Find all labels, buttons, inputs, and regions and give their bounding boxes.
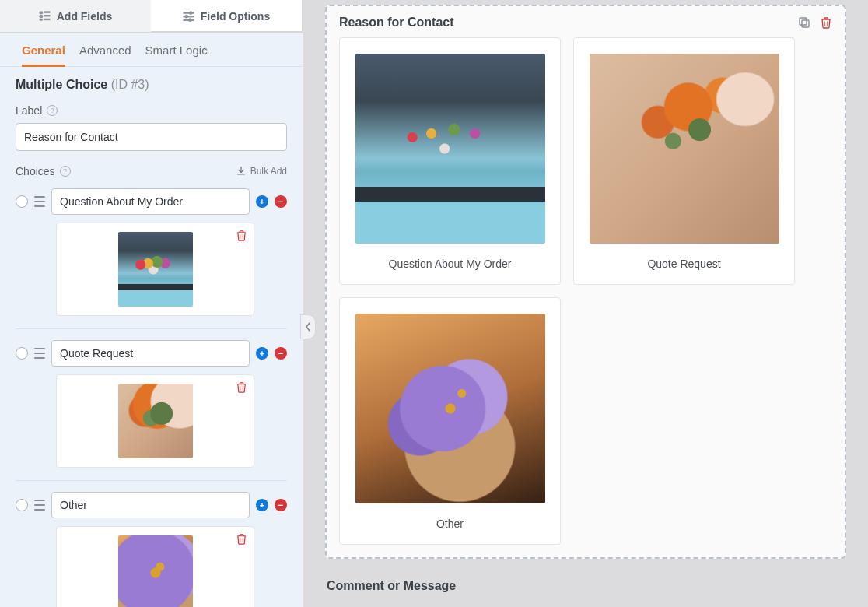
choice-row: + − — [16, 188, 287, 215]
choice-default-radio[interactable] — [16, 195, 28, 208]
drag-handle-icon[interactable] — [34, 348, 45, 359]
svg-point-9 — [189, 12, 192, 15]
duplicate-icon[interactable] — [798, 16, 810, 29]
choice-image-preview[interactable] — [56, 374, 254, 468]
field-type-heading: Multiple Choice (ID #3) — [16, 78, 287, 92]
choice-image-thumb — [118, 535, 193, 607]
help-icon[interactable]: ? — [60, 166, 71, 177]
field-preview[interactable]: Reason for Contact Question About My Ord… — [325, 5, 846, 559]
remove-image-button[interactable] — [236, 533, 247, 548]
svg-rect-5 — [44, 19, 50, 19]
trash-icon[interactable] — [820, 16, 832, 29]
choice-card[interactable]: Quote Request — [573, 37, 795, 285]
choice-card-label: Question About My Order — [389, 258, 512, 270]
trash-icon — [236, 381, 247, 393]
choice-row: + − — [16, 340, 287, 367]
remove-image-button[interactable] — [236, 230, 247, 244]
choice-block: + − — [16, 492, 287, 607]
remove-choice-button[interactable]: − — [275, 499, 287, 511]
choice-block: + − — [16, 188, 287, 329]
sidebar: Add Fields Field Options General Advance… — [0, 0, 303, 607]
choice-text-input[interactable] — [51, 340, 250, 367]
svg-rect-4 — [44, 16, 50, 16]
choice-separator — [16, 328, 287, 329]
svg-point-10 — [185, 15, 188, 18]
remove-image-button[interactable] — [236, 381, 247, 396]
label-row: Label ? — [16, 104, 287, 117]
sub-tabs: General Advanced Smart Logic — [0, 33, 303, 67]
choices-label: Choices — [16, 165, 55, 177]
label-input[interactable] — [16, 123, 287, 151]
svg-rect-2 — [40, 19, 43, 20]
choice-card-label: Other — [436, 518, 464, 530]
choice-card-label: Quote Request — [647, 258, 720, 270]
tab-field-options[interactable]: Field Options — [151, 0, 303, 33]
field-preview-title: Reason for Contact — [339, 16, 454, 30]
trash-icon — [236, 230, 247, 241]
field-type-name: Multiple Choice — [16, 78, 107, 91]
subtab-advanced[interactable]: Advanced — [79, 44, 131, 66]
next-field-title: Comment or Message — [325, 579, 846, 598]
tab-add-fields-label: Add Fields — [57, 10, 113, 23]
label-text: Label — [16, 104, 42, 117]
choice-card[interactable]: Question About My Order — [339, 37, 561, 285]
download-icon — [236, 167, 246, 176]
choice-card-image — [590, 54, 779, 244]
sliders-icon — [183, 10, 194, 22]
tab-field-options-label: Field Options — [201, 10, 270, 23]
top-tabs: Add Fields Field Options — [0, 0, 303, 33]
tab-add-fields[interactable]: Add Fields — [0, 0, 151, 33]
svg-rect-1 — [40, 16, 43, 18]
field-preview-actions — [798, 16, 832, 29]
choice-image-thumb — [118, 384, 193, 458]
drag-handle-icon[interactable] — [34, 500, 45, 511]
trash-icon — [236, 533, 247, 545]
bulk-add-link[interactable]: Bulk Add — [236, 166, 287, 177]
choice-card-image — [355, 54, 545, 244]
svg-point-11 — [188, 19, 191, 22]
choice-card[interactable]: Other — [339, 297, 561, 545]
add-choice-button[interactable]: + — [256, 195, 268, 208]
choice-default-radio[interactable] — [16, 347, 28, 360]
remove-choice-button[interactable]: − — [275, 347, 287, 360]
choice-separator — [16, 480, 287, 481]
panel-content: Multiple Choice (ID #3) Label ? Choices … — [0, 67, 303, 607]
choice-text-input[interactable] — [51, 492, 250, 518]
add-choice-button[interactable]: + — [256, 499, 268, 511]
help-icon[interactable]: ? — [47, 105, 58, 116]
list-icon — [39, 10, 51, 22]
svg-rect-3 — [44, 12, 50, 12]
svg-rect-0 — [40, 12, 43, 14]
bulk-add-label: Bulk Add — [250, 166, 287, 177]
add-choice-button[interactable]: + — [256, 347, 268, 360]
chevron-left-icon — [305, 322, 311, 332]
choice-cards: Question About My Order Quote Request Ot… — [339, 37, 832, 545]
svg-rect-13 — [802, 20, 809, 27]
choice-image-preview[interactable] — [56, 526, 254, 607]
choice-block: + − — [16, 340, 287, 481]
subtab-general[interactable]: General — [22, 44, 65, 67]
choice-image-thumb — [118, 232, 193, 307]
subtab-smart-logic[interactable]: Smart Logic — [145, 44, 208, 66]
form-canvas: Reason for Contact Question About My Ord… — [303, 0, 868, 607]
choices-label-wrap: Choices ? — [16, 165, 71, 177]
drag-handle-icon[interactable] — [34, 196, 45, 207]
svg-rect-12 — [800, 18, 807, 25]
choice-image-preview[interactable] — [56, 223, 254, 316]
choice-text-input[interactable] — [51, 188, 250, 215]
choice-card-image — [355, 314, 545, 503]
collapse-sidebar-button[interactable] — [300, 314, 316, 339]
field-id: (ID #3) — [111, 78, 149, 91]
choice-row: + − — [16, 492, 287, 518]
choice-default-radio[interactable] — [16, 499, 28, 511]
remove-choice-button[interactable]: − — [275, 195, 287, 208]
choices-header: Choices ? Bulk Add — [16, 165, 287, 177]
field-preview-header: Reason for Contact — [339, 16, 832, 30]
